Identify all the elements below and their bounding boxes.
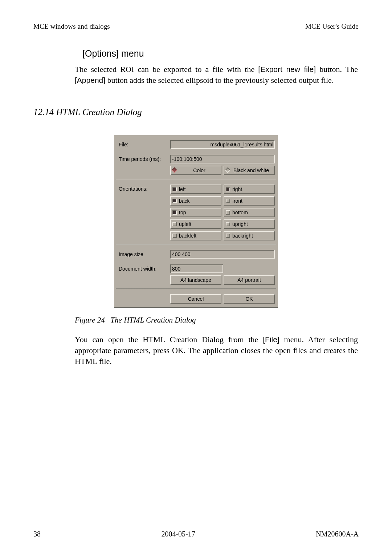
label: upleft <box>179 221 191 227</box>
image-size-input[interactable]: 400 400 <box>170 250 275 259</box>
orient-backright[interactable]: backright <box>224 231 275 240</box>
orient-bottom[interactable]: bottom <box>224 208 275 217</box>
text: button adds the selected ellipsoid to th… <box>105 76 334 85</box>
separator <box>116 244 276 245</box>
text: The selected ROI can be exported to a fi… <box>75 65 258 74</box>
file-label: File: <box>116 137 170 147</box>
section-heading: 12.14 HTML Creation Dialog <box>33 107 359 117</box>
label: right <box>232 186 242 192</box>
document-width-input[interactable]: 800 <box>170 264 223 273</box>
options-paragraph: The selected ROI can be exported to a fi… <box>75 64 358 86</box>
separator <box>116 288 276 289</box>
orient-back[interactable]: back <box>170 196 221 206</box>
checkbox-icon <box>226 187 230 191</box>
checkbox-icon <box>172 234 177 238</box>
export-new-file-label: [Export new file] <box>258 65 316 73</box>
time-value: -100:100:500 <box>172 156 202 162</box>
orient-upleft[interactable]: upleft <box>170 219 221 229</box>
a4-portrait-button[interactable]: A4 portrait <box>224 275 275 285</box>
diamond-icon <box>225 167 231 173</box>
image-size-value: 400 400 <box>172 251 191 257</box>
checkbox-icon <box>226 234 230 238</box>
append-label: [Append] <box>75 76 105 84</box>
color-radio[interactable]: Color <box>170 166 221 175</box>
page-number: 38 <box>33 530 41 538</box>
page-footer: 38 2004-05-17 NM20600A-A <box>33 530 359 538</box>
time-periods-label: Time periods (ms): <box>116 151 170 162</box>
orient-left[interactable]: left <box>170 185 221 194</box>
figure-title: The HTML Creation Dialog <box>110 316 196 324</box>
footer-doc-id: NM20600A-A <box>316 530 359 538</box>
checkbox-icon <box>226 199 230 203</box>
label: upright <box>232 221 248 227</box>
document-width-value: 800 <box>172 266 180 272</box>
label: front <box>232 198 242 204</box>
bw-label: Black and white <box>233 167 269 173</box>
header-rule <box>33 33 359 33</box>
figure-number: Figure 24 <box>75 316 105 324</box>
orient-front[interactable]: front <box>224 196 275 206</box>
bw-radio[interactable]: Black and white <box>224 166 275 175</box>
orient-right[interactable]: right <box>224 185 275 194</box>
text: button. The <box>316 65 358 74</box>
orient-top[interactable]: top <box>170 208 221 217</box>
a4-landscape-button[interactable]: A4 landscape <box>170 275 221 285</box>
separator <box>116 179 276 179</box>
dialog-screenshot: File: msduplex061_l1results.html Time pe… <box>114 135 278 308</box>
time-periods-input[interactable]: -100:100:500 <box>170 155 275 163</box>
checkbox-icon <box>172 222 177 226</box>
cancel-button[interactable]: Cancel <box>170 294 221 304</box>
color-label: Color <box>179 167 219 173</box>
diamond-icon <box>172 167 177 173</box>
header-right: MCE User's Guide <box>305 23 359 31</box>
checkbox-icon <box>172 199 177 203</box>
header-left: MCE windows and dialogs <box>33 23 110 31</box>
label: backright <box>232 233 253 239</box>
label: backleft <box>179 233 196 239</box>
file-menu-label: [File] <box>263 335 279 344</box>
label: top <box>179 210 186 215</box>
page: MCE windows and dialogs MCE User's Guide… <box>0 0 392 555</box>
text: You can open the HTML Creation Dialog fr… <box>75 335 263 344</box>
file-field[interactable]: msduplex061_l1results.html <box>170 140 275 149</box>
orientations-label: Orientations: <box>116 181 170 192</box>
checkbox-icon <box>172 187 177 191</box>
orient-upright[interactable]: upright <box>224 219 275 229</box>
closing-paragraph: You can open the HTML Creation Dialog fr… <box>75 334 358 367</box>
document-width-label: Document width: <box>116 261 170 272</box>
label: bottom <box>232 210 248 215</box>
file-value: msduplex061_l1results.html <box>210 142 273 147</box>
checkbox-icon <box>226 210 230 215</box>
ok-button[interactable]: OK <box>224 294 275 304</box>
options-heading: [Options] menu <box>82 48 359 59</box>
image-size-label: Image size <box>116 246 170 257</box>
html-creation-dialog: File: msduplex061_l1results.html Time pe… <box>114 135 278 308</box>
page-header: MCE windows and dialogs MCE User's Guide <box>33 23 359 31</box>
footer-date: 2004-05-17 <box>161 530 195 538</box>
figure-caption: Figure 24 The HTML Creation Dialog <box>75 316 359 325</box>
label: back <box>179 198 190 204</box>
checkbox-icon <box>226 222 230 226</box>
label: left <box>179 186 186 192</box>
checkbox-icon <box>172 210 177 215</box>
orient-backleft[interactable]: backleft <box>170 231 221 240</box>
